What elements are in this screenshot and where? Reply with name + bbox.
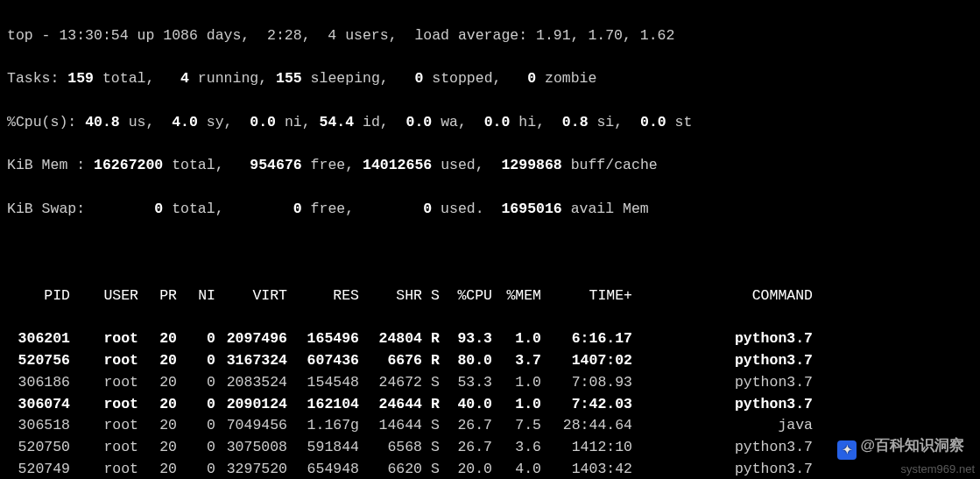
- watermark-logo-icon: ✦: [837, 440, 857, 460]
- process-table-header: PID USER PR NI VIRT RES SHR S %CPU %MEM …: [7, 285, 973, 307]
- table-row: 306201root200209749616549624804R93.31.06…: [7, 328, 973, 350]
- watermark-url: system969.net: [900, 461, 975, 478]
- summary-swap: KiB Swap: 0 total, 0 free, 0 used. 16950…: [7, 199, 973, 221]
- table-row: 306186root200208352415454824672S53.31.07…: [7, 372, 973, 394]
- table-row: 306518root20070494561.167g14644S26.77.52…: [7, 415, 973, 437]
- table-row: 306074root200209012416210424644R40.01.07…: [7, 394, 973, 416]
- summary-mem: KiB Mem : 16267200 total, 954676 free, 1…: [7, 155, 973, 177]
- watermark-overlay: ✦@百科知识洞察: [837, 434, 964, 460]
- summary-uptime: top - 13:30:54 up 1086 days, 2:28, 4 use…: [7, 25, 973, 47]
- table-row: 520749root20032975206549486620S20.04.014…: [7, 459, 973, 479]
- summary-tasks: Tasks: 159 total, 4 running, 155 sleepin…: [7, 68, 973, 90]
- summary-cpu: %Cpu(s): 40.8 us, 4.0 sy, 0.0 ni, 54.4 i…: [7, 112, 973, 134]
- table-row: 520750root20030750085918446568S26.73.614…: [7, 437, 973, 459]
- table-row: 520756root20031673246074366676R80.03.714…: [7, 350, 973, 372]
- terminal-output: top - 13:30:54 up 1086 days, 2:28, 4 use…: [0, 0, 980, 479]
- process-table-body: 306201root200209749616549624804R93.31.06…: [7, 328, 973, 479]
